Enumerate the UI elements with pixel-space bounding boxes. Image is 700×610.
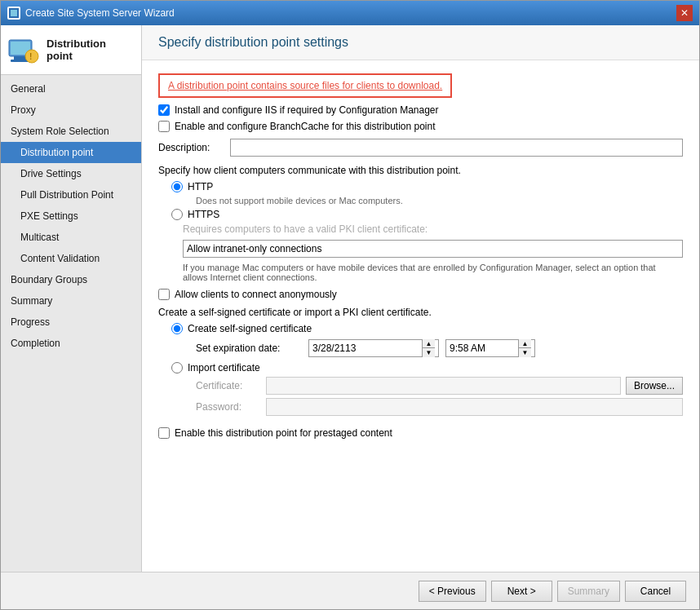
page-title: Specify distribution point settings <box>158 35 683 50</box>
protocol-radio-group: HTTP Does not support mobile devices or … <box>171 181 683 220</box>
wizard-window: Create Site System Server Wizard ✕ ! Di <box>0 0 700 610</box>
sidebar-header: ! Distribution point <box>1 25 141 75</box>
footer: < Previous Next > Summary Cancel <box>1 572 699 609</box>
cert-section-label: Create a self-signed certificate or impo… <box>158 307 683 318</box>
expiration-date-row: Set expiration date: 3/28/2113 ▲ ▼ 9:58 … <box>196 339 683 357</box>
certificate-input[interactable] <box>266 377 621 395</box>
next-button[interactable]: Next > <box>491 581 552 602</box>
date-input-container[interactable]: 3/28/2113 ▲ ▼ <box>308 339 439 357</box>
certificate-label: Certificate: <box>196 380 261 391</box>
window-title: Create Site System Server Wizard <box>25 7 175 19</box>
iis-checkbox[interactable] <box>158 104 170 116</box>
sidebar: ! Distribution point General Proxy Syste… <box>1 25 142 572</box>
prestaged-row: Enable this distribution point for prest… <box>158 427 683 439</box>
self-signed-radio-row: Create self-signed certificate <box>171 323 683 334</box>
sidebar-item-distribution-point[interactable]: Distribution point <box>1 142 141 163</box>
notice-box: A distribution point contains source fil… <box>158 73 452 98</box>
http-radio-row: HTTP <box>171 181 683 192</box>
password-input[interactable] <box>266 398 683 416</box>
cancel-button[interactable]: Cancel <box>625 581 686 602</box>
time-up-btn[interactable]: ▲ <box>518 339 531 348</box>
sidebar-item-pull-distribution-point[interactable]: Pull Distribution Point <box>1 184 141 206</box>
prestaged-label: Enable this distribution point for prest… <box>175 427 392 439</box>
sidebar-item-summary[interactable]: Summary <box>1 290 141 312</box>
http-radio[interactable] <box>171 181 183 192</box>
description-row: Description: <box>158 139 683 157</box>
sidebar-item-pxe-settings[interactable]: PXE Settings <box>1 206 141 227</box>
branchcache-checkbox[interactable] <box>158 121 170 132</box>
time-down-btn[interactable]: ▼ <box>518 348 531 357</box>
title-bar-left: Create Site System Server Wizard <box>7 7 175 20</box>
sidebar-item-multicast[interactable]: Multicast <box>1 227 141 248</box>
pki-dropdown[interactable]: Allow intranet-only connections <box>183 240 683 258</box>
communication-label: Specify how client computers communicate… <box>158 165 683 176</box>
prestaged-checkbox[interactable] <box>158 427 170 439</box>
time-input-container[interactable]: 9:58 AM ▲ ▼ <box>445 339 535 357</box>
sidebar-item-progress[interactable]: Progress <box>1 312 141 333</box>
anon-label: Allow clients to connect anonymously <box>175 289 337 300</box>
expiration-label: Set expiration date: <box>196 343 302 354</box>
notice-text: A distribution point contains source fil… <box>168 80 442 91</box>
cert-radio-group: Create self-signed certificate Set expir… <box>171 323 683 416</box>
time-spinner[interactable]: ▲ ▼ <box>518 339 531 357</box>
self-signed-label: Create self-signed certificate <box>188 323 312 334</box>
password-file-row: Password: <box>196 398 683 416</box>
iis-checkbox-label: Install and configure IIS if required by… <box>175 104 439 116</box>
https-radio[interactable] <box>171 209 183 220</box>
date-up-btn[interactable]: ▲ <box>422 339 435 348</box>
title-bar: Create Site System Server Wizard ✕ <box>1 1 699 25</box>
self-signed-radio[interactable] <box>171 323 183 334</box>
svg-rect-1 <box>11 10 17 16</box>
main-content: Specify distribution point settings A di… <box>142 25 699 572</box>
close-button[interactable]: ✕ <box>676 5 693 21</box>
sidebar-header-text: Distribution point <box>47 38 135 62</box>
certificate-browse-button[interactable]: Browse... <box>626 377 683 395</box>
http-subtext: Does not support mobile devices or Mac c… <box>196 196 683 206</box>
sidebar-item-system-role-selection[interactable]: System Role Selection <box>1 121 141 142</box>
sidebar-item-general[interactable]: General <box>1 78 141 99</box>
date-value: 3/28/2113 <box>312 343 422 354</box>
password-label: Password: <box>196 401 261 413</box>
https-label: HTTPS <box>188 209 219 220</box>
import-cert-radio-row: Import certificate <box>171 362 683 374</box>
https-radio-row: HTTPS <box>171 209 683 220</box>
pki-label: Requires computers to have a valid PKI c… <box>183 223 683 235</box>
sidebar-nav: General Proxy System Role Selection Dist… <box>1 75 141 572</box>
content-area: ! Distribution point General Proxy Syste… <box>1 25 699 572</box>
certificate-file-row: Certificate: Browse... <box>196 377 683 395</box>
iis-checkbox-row: Install and configure IIS if required by… <box>158 104 683 116</box>
sidebar-header-icon: ! <box>7 33 40 66</box>
mobile-notice: If you manage Mac computers or have mobi… <box>183 263 683 282</box>
branchcache-checkbox-label: Enable and configure BranchCache for thi… <box>175 121 436 132</box>
sidebar-item-proxy[interactable]: Proxy <box>1 99 141 121</box>
sidebar-item-content-validation[interactable]: Content Validation <box>1 248 141 269</box>
pki-dropdown-row: Allow intranet-only connections <box>183 240 683 258</box>
svg-text:!: ! <box>29 52 32 61</box>
sidebar-item-drive-settings[interactable]: Drive Settings <box>1 163 141 184</box>
import-cert-label: Import certificate <box>188 362 260 374</box>
description-label: Description: <box>158 142 224 153</box>
http-label: HTTP <box>188 181 213 192</box>
summary-button[interactable]: Summary <box>557 581 620 602</box>
date-down-btn[interactable]: ▼ <box>422 348 435 357</box>
time-value: 9:58 AM <box>450 343 518 354</box>
import-cert-radio[interactable] <box>171 362 183 374</box>
date-spinner[interactable]: ▲ ▼ <box>422 339 435 357</box>
sidebar-item-boundary-groups[interactable]: Boundary Groups <box>1 269 141 290</box>
main-body: A distribution point contains source fil… <box>142 60 699 572</box>
branchcache-checkbox-row: Enable and configure BranchCache for thi… <box>158 121 683 132</box>
pki-section: Requires computers to have a valid PKI c… <box>183 223 683 282</box>
main-header: Specify distribution point settings <box>142 25 699 60</box>
previous-button[interactable]: < Previous <box>419 581 486 602</box>
anon-checkbox-row: Allow clients to connect anonymously <box>158 289 683 300</box>
app-icon <box>7 7 20 20</box>
description-input[interactable] <box>230 139 683 157</box>
sidebar-item-completion[interactable]: Completion <box>1 333 141 354</box>
anon-checkbox[interactable] <box>158 289 170 300</box>
